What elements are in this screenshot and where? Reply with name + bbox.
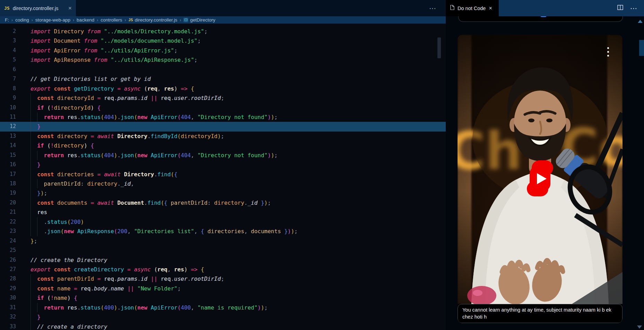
breadcrumb-item[interactable]: controllers (101, 17, 122, 23)
js-file-icon: JS (128, 18, 133, 22)
video-frame: Ch Co (458, 35, 623, 304)
scroll-down-arrow[interactable] (637, 325, 642, 329)
file-icon (450, 5, 454, 11)
line-number: 4 (0, 46, 16, 55)
line-number: 10 (0, 103, 16, 112)
line-number: 17 (0, 170, 16, 179)
line-number: 32 (0, 312, 16, 322)
line-number: 33 (0, 322, 16, 330)
code-line[interactable]: 28 const parentDirId = req.params.id || … (0, 274, 446, 284)
close-icon[interactable]: × (68, 5, 72, 11)
code-line[interactable]: 15 return res.status(404).json(new ApiEr… (0, 151, 446, 160)
tab-label: directory.controller.js (13, 6, 59, 11)
breadcrumb-separator: › (11, 18, 13, 23)
line-number: 15 (0, 151, 16, 160)
line-number: 7 (0, 74, 16, 84)
code-line[interactable]: 7// get Directories list or get by id (0, 74, 446, 84)
breadcrumb-item[interactable]: backend (77, 17, 94, 23)
line-number: 25 (0, 246, 16, 255)
kebab-menu-icon[interactable] (607, 47, 609, 57)
code-line[interactable]: 12 } (0, 122, 446, 131)
code-line[interactable]: 29 const name = req.body.name || "New Fo… (0, 284, 446, 293)
code-line[interactable]: 6 (0, 65, 446, 74)
side-webview-panel: Do not Code × ⋯ Ch C (446, 0, 644, 330)
line-number: 16 (0, 160, 16, 169)
code-line[interactable]: 22 .status(200) (0, 217, 446, 227)
close-icon[interactable]: × (489, 6, 492, 11)
breadcrumb-separator: › (124, 18, 126, 23)
code-line[interactable]: 16 } (0, 160, 446, 169)
scrolled-content-box (458, 16, 623, 22)
code-editor[interactable]: 2import Directory from "../models/Direct… (0, 24, 446, 330)
panel-titlebar: Do not Code × ⋯ (446, 0, 644, 16)
line-number: 31 (0, 303, 16, 312)
line-number: 12 (0, 122, 16, 131)
breadcrumb-item[interactable]: storage-web-app (35, 17, 70, 23)
code-line[interactable]: 11 return res.status(404).json(new ApiEr… (0, 112, 446, 122)
video-caption: You cannot learn anything at ay time, su… (458, 304, 623, 323)
code-line[interactable]: 17 const directories = await Directory.f… (0, 170, 446, 179)
breadcrumb-item[interactable]: JSdirectory.controller.js (128, 17, 177, 23)
line-number: 8 (0, 84, 16, 93)
code-line[interactable]: 10 if (!directoryId) { (0, 103, 446, 112)
editor-group: JS directory.controller.js × ⋯ F:›coding… (0, 0, 446, 330)
tab-do-not-code[interactable]: Do not Code × (446, 0, 499, 16)
panel-tab-label: Do not Code (458, 6, 486, 11)
code-line[interactable]: 2import Directory from "../models/Direct… (0, 27, 446, 36)
code-line[interactable]: 9 const directoryId = req.params.id || r… (0, 93, 446, 103)
editor-scrollbar-thumb[interactable] (437, 37, 441, 58)
js-file-icon: JS (4, 6, 10, 11)
line-number: 26 (0, 255, 16, 265)
line-number: 28 (0, 274, 16, 284)
code-line[interactable]: 19 }); (0, 188, 446, 198)
video-card[interactable]: Ch Co (458, 35, 623, 323)
code-line[interactable]: 31 return res.status(400).json(new ApiEr… (0, 303, 446, 312)
code-line[interactable]: 4import ApiError from "../utils/ApiError… (0, 46, 446, 55)
breadcrumb-item[interactable]: coding (15, 17, 29, 23)
line-number: 23 (0, 227, 16, 236)
line-number: 3 (0, 36, 16, 45)
panel-scrollbar-thumb[interactable] (639, 40, 644, 56)
code-line[interactable]: 13 const directory = await Directory.fin… (0, 132, 446, 141)
code-line[interactable]: 21 res (0, 208, 446, 217)
code-line[interactable]: 32 } (0, 312, 446, 322)
code-line[interactable]: 27export const createDirectory = async (… (0, 265, 446, 274)
more-actions-icon[interactable]: ⋯ (429, 0, 437, 16)
scroll-up-arrow[interactable] (638, 20, 643, 23)
code-line[interactable]: 20 const documents = await Document.find… (0, 198, 446, 208)
code-line[interactable]: 25 (0, 246, 446, 255)
code-line[interactable]: 3import Document from "../models/documen… (0, 36, 446, 45)
progress-dash (541, 16, 546, 17)
code-line[interactable]: 14 if (!directory) { (0, 141, 446, 150)
breadcrumb-separator: › (180, 18, 181, 23)
more-actions-icon[interactable]: ⋯ (630, 5, 638, 12)
code-line[interactable]: 23 .json(new ApiResponse(200, "Directori… (0, 227, 446, 236)
breadcrumb-item[interactable]: {}getDirectory (183, 17, 215, 23)
line-number: 24 (0, 236, 16, 246)
panel-body: Ch Co (446, 16, 644, 330)
symbol-method-icon: {} (183, 18, 188, 22)
tab-directory-controller[interactable]: JS directory.controller.js × (0, 0, 76, 16)
line-number: 20 (0, 198, 16, 208)
line-number: 14 (0, 141, 16, 150)
code-line[interactable]: 26// create the Directory (0, 255, 446, 265)
code-line[interactable]: 24}; (0, 236, 446, 246)
code-line[interactable]: 30 if (!name) { (0, 293, 446, 303)
code-line[interactable]: 18 parentDirId: directory._id, (0, 179, 446, 188)
breadcrumb: F:›coding›storage-web-app›backend›contro… (0, 16, 446, 24)
youtube-shorts-play-icon[interactable] (525, 159, 555, 198)
breadcrumb-separator: › (32, 18, 33, 23)
breadcrumb-separator: › (97, 18, 98, 23)
line-number: 21 (0, 208, 16, 217)
line-number: 22 (0, 217, 16, 227)
split-editor-icon[interactable] (617, 5, 623, 11)
line-number: 29 (0, 284, 16, 293)
breadcrumb-item[interactable]: F: (5, 17, 9, 23)
editor-tabbar: JS directory.controller.js × ⋯ (0, 0, 446, 16)
code-lines: 2import Directory from "../models/Direct… (0, 27, 446, 330)
code-line[interactable]: 8export const getDirectory = async (req,… (0, 84, 446, 93)
line-number: 9 (0, 93, 16, 103)
code-line[interactable]: 33 // create a directory (0, 322, 446, 330)
line-number: 6 (0, 65, 16, 74)
code-line[interactable]: 5import ApiResponse from "../utils/ApiRe… (0, 55, 446, 65)
